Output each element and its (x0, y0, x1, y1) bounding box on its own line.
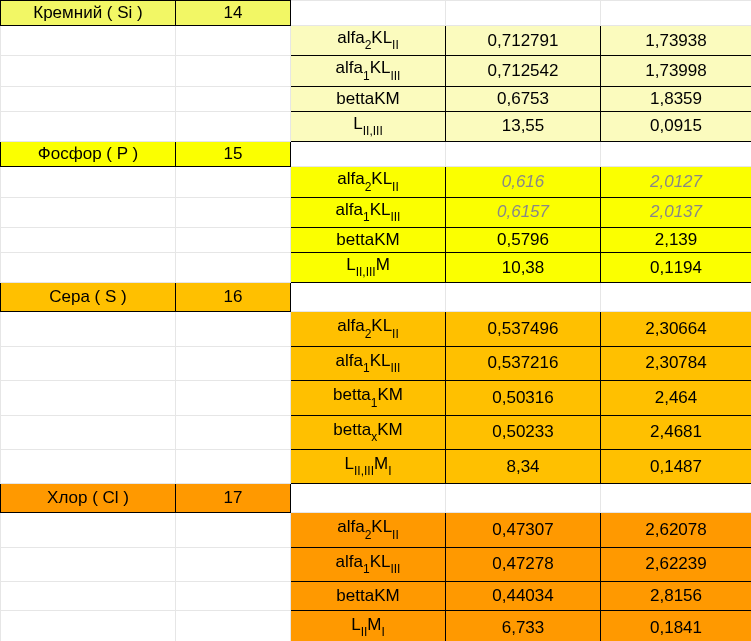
empty-cell (1, 197, 176, 227)
value-1: 10,38 (446, 252, 601, 282)
value-1: 0,712791 (446, 26, 601, 56)
empty-cell (291, 283, 446, 312)
empty-cell (1, 111, 176, 141)
value-1: 0,712542 (446, 56, 601, 86)
empty-cell (446, 1, 601, 26)
empty-cell (176, 197, 291, 227)
empty-cell (176, 449, 291, 483)
empty-cell (176, 167, 291, 197)
value-2: 1,73938 (601, 26, 752, 56)
line-label: alfa2KLII (291, 513, 446, 547)
line-label: betta1KM (291, 381, 446, 415)
empty-cell (1, 415, 176, 449)
empty-cell (1, 611, 176, 641)
value-1: 0,537216 (446, 346, 601, 380)
value-2: 0,0915 (601, 111, 752, 141)
value-2: 2,8156 (601, 582, 752, 611)
value-2: 1,8359 (601, 86, 752, 111)
value-2: 2,30784 (601, 346, 752, 380)
element-name: Хлор ( Cl ) (1, 484, 176, 513)
line-label: alfa1KLIII (291, 346, 446, 380)
value-2: 2,4681 (601, 415, 752, 449)
atomic-number: 15 (176, 142, 291, 167)
empty-cell (176, 513, 291, 547)
empty-cell (1, 582, 176, 611)
empty-cell (1, 547, 176, 581)
empty-cell (176, 381, 291, 415)
empty-cell (446, 484, 601, 513)
value-1: 0,50316 (446, 381, 601, 415)
empty-cell (601, 142, 752, 167)
atomic-number: 14 (176, 1, 291, 26)
empty-cell (1, 167, 176, 197)
empty-cell (176, 312, 291, 346)
empty-cell (176, 227, 291, 252)
line-label: alfa1KLIII (291, 547, 446, 581)
empty-cell (291, 1, 446, 26)
value-2: 2,62078 (601, 513, 752, 547)
empty-cell (1, 56, 176, 86)
empty-cell (601, 1, 752, 26)
value-2: 0,1487 (601, 449, 752, 483)
value-2: 2,62239 (601, 547, 752, 581)
empty-cell (176, 415, 291, 449)
empty-cell (1, 26, 176, 56)
empty-cell (176, 56, 291, 86)
element-name: Кремний ( Si ) (1, 1, 176, 26)
value-2: 2,30664 (601, 312, 752, 346)
value-1: 0,44034 (446, 582, 601, 611)
empty-cell (176, 346, 291, 380)
element-name: Фосфор ( P ) (1, 142, 176, 167)
empty-cell (1, 227, 176, 252)
empty-cell (176, 86, 291, 111)
empty-cell (1, 449, 176, 483)
line-label: bettaKM (291, 227, 446, 252)
line-label: alfa2KLII (291, 312, 446, 346)
line-label: alfa2KLII (291, 167, 446, 197)
empty-cell (291, 142, 446, 167)
element-name: Сера ( S ) (1, 283, 176, 312)
empty-cell (176, 252, 291, 282)
value-1: 0,6157 (446, 197, 601, 227)
value-2: 2,139 (601, 227, 752, 252)
empty-cell (1, 252, 176, 282)
line-label: LII,IIIMI (291, 449, 446, 483)
value-2: 0,1841 (601, 611, 752, 641)
empty-cell (1, 513, 176, 547)
value-1: 6,733 (446, 611, 601, 641)
value-2: 2,0127 (601, 167, 752, 197)
empty-cell (1, 86, 176, 111)
empty-cell (1, 381, 176, 415)
value-1: 0,50233 (446, 415, 601, 449)
value-1: 0,47307 (446, 513, 601, 547)
empty-cell (446, 283, 601, 312)
atomic-number: 17 (176, 484, 291, 513)
value-1: 8,34 (446, 449, 601, 483)
line-label: LII,III (291, 111, 446, 141)
empty-cell (1, 346, 176, 380)
empty-cell (291, 484, 446, 513)
empty-cell (601, 484, 752, 513)
value-1: 0,5796 (446, 227, 601, 252)
value-2: 2,0137 (601, 197, 752, 227)
empty-cell (1, 312, 176, 346)
value-1: 13,55 (446, 111, 601, 141)
value-2: 1,73998 (601, 56, 752, 86)
line-label: alfa2KLII (291, 26, 446, 56)
empty-cell (176, 547, 291, 581)
value-1: 0,6753 (446, 86, 601, 111)
line-label: LIIMI (291, 611, 446, 641)
empty-cell (176, 26, 291, 56)
line-label: alfa1KLIII (291, 56, 446, 86)
empty-cell (601, 283, 752, 312)
line-label: bettaKM (291, 582, 446, 611)
xray-lines-table: Кремний ( Si )14alfa2KLII0,7127911,73938… (0, 0, 751, 641)
value-2: 0,1194 (601, 252, 752, 282)
empty-cell (176, 111, 291, 141)
value-2: 2,464 (601, 381, 752, 415)
empty-cell (176, 582, 291, 611)
line-label: alfa1KLIII (291, 197, 446, 227)
line-label: bettaKM (291, 86, 446, 111)
value-1: 0,537496 (446, 312, 601, 346)
empty-cell (446, 142, 601, 167)
